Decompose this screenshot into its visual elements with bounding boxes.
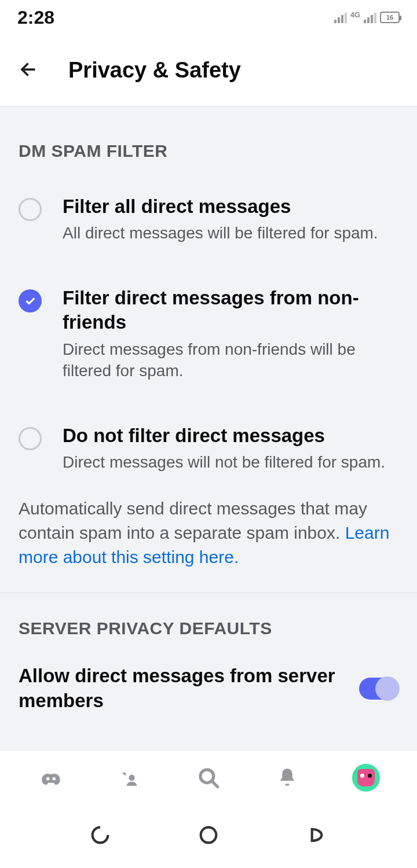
recent-icon <box>89 823 112 847</box>
radio-option-no-filter[interactable]: Do not filter direct messages Direct mes… <box>19 403 398 494</box>
tab-profile[interactable] <box>352 764 380 792</box>
radio-option-filter-nonfriends[interactable]: Filter direct messages from non-friends … <box>19 265 398 403</box>
search-icon <box>196 766 221 790</box>
svg-point-4 <box>201 827 217 843</box>
section-header-server: SERVER PRIVACY DEFAULTS <box>0 593 417 638</box>
spam-section-footer: Automatically send direct messages that … <box>0 494 417 593</box>
back-nav-icon <box>305 823 328 847</box>
radio-option-filter-all[interactable]: Filter all direct messages All direct me… <box>19 174 398 265</box>
signal-icon <box>334 12 347 23</box>
section-header-spam: DM SPAM FILTER <box>0 106 417 161</box>
svg-point-1 <box>52 777 56 780</box>
status-icons: 4G 16 <box>334 10 400 25</box>
radio-subtitle: Direct messages from non-friends will be… <box>63 339 398 382</box>
radio-title: Filter direct messages from non-friends <box>63 286 398 334</box>
svg-point-0 <box>46 777 50 780</box>
tab-friends[interactable] <box>116 764 144 792</box>
page-title: Privacy & Safety <box>68 58 241 83</box>
radio-subtitle: Direct messages will not be filtered for… <box>63 451 398 473</box>
nav-home[interactable] <box>197 823 220 849</box>
bottom-tab-bar <box>0 750 417 804</box>
network-label: 4G <box>350 10 360 19</box>
discord-icon <box>39 766 63 790</box>
allow-dm-toggle[interactable] <box>359 678 398 700</box>
nav-back[interactable] <box>305 823 328 849</box>
radio-subtitle: All direct messages will be filtered for… <box>63 222 398 244</box>
arrow-left-icon <box>19 59 39 80</box>
signal-icon-2 <box>364 12 376 23</box>
status-time: 2:28 <box>17 7 54 28</box>
bell-icon <box>275 766 299 790</box>
toggle-knob <box>375 676 400 701</box>
back-button[interactable] <box>19 59 39 82</box>
circle-icon <box>197 823 220 847</box>
status-bar: 2:28 4G 16 <box>0 0 417 35</box>
spam-filter-radio-group: Filter all direct messages All direct me… <box>0 161 417 494</box>
check-icon <box>24 295 36 307</box>
svg-line-3 <box>213 782 218 787</box>
friends-icon <box>118 766 142 790</box>
avatar-icon <box>357 769 375 786</box>
system-nav-bar <box>0 804 417 868</box>
app-header: Privacy & Safety <box>0 35 417 106</box>
allow-dm-label: Allow direct messages from server member… <box>19 664 348 713</box>
battery-icon: 16 <box>380 12 400 23</box>
nav-recent[interactable] <box>89 823 112 849</box>
allow-dm-toggle-row[interactable]: Allow direct messages from server member… <box>0 638 417 719</box>
tab-search[interactable] <box>195 764 222 792</box>
radio-title: Do not filter direct messages <box>63 424 398 448</box>
radio-title: Filter all direct messages <box>63 194 398 219</box>
footer-text: Automatically send direct messages that … <box>19 499 367 542</box>
tab-home[interactable] <box>37 764 65 792</box>
radio-icon <box>19 198 42 221</box>
radio-checked-icon <box>19 289 42 312</box>
radio-icon <box>19 427 42 450</box>
tab-notifications[interactable] <box>273 764 301 792</box>
